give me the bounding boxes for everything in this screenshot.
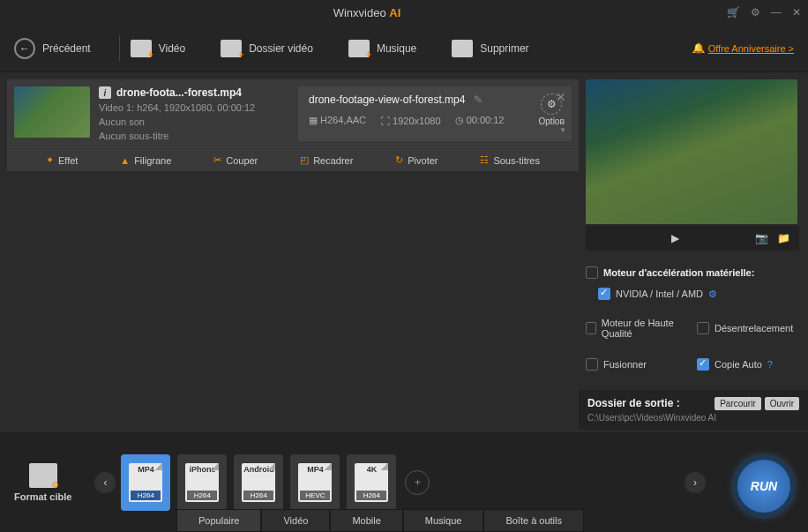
autocopy-checkbox[interactable] bbox=[697, 358, 709, 371]
music-icon: + bbox=[348, 40, 370, 57]
hw-settings-icon[interactable]: ⚙ bbox=[708, 288, 717, 300]
play-button[interactable]: ▶ bbox=[595, 232, 755, 244]
browse-button[interactable]: Parcourir bbox=[714, 397, 761, 410]
video-list-panel: i drone-foota...-forest.mp4 Video 1: h26… bbox=[0, 72, 586, 432]
preview-controls: ▶ 📷 📁 bbox=[586, 226, 799, 251]
folder-icon: + bbox=[221, 40, 242, 57]
format-next-button[interactable]: › bbox=[685, 472, 706, 493]
app-title: Winxvideo AI bbox=[7, 6, 727, 19]
video-thumbnail[interactable] bbox=[14, 86, 90, 138]
close-icon[interactable]: ✕ bbox=[792, 6, 801, 19]
watermark-button[interactable]: ▲Filigrane bbox=[120, 154, 171, 166]
toolbar: ← Précédent + Vidéo + Dossier vidéo + Mu… bbox=[0, 25, 808, 72]
duration-label: ◷ 00:00:12 bbox=[455, 115, 505, 126]
format-category-tabs: Populaire Vidéo Mobile Musique Boîte à o… bbox=[176, 509, 584, 532]
gear-icon: ⚙ bbox=[541, 94, 562, 115]
format-target-icon: ⚙ bbox=[29, 463, 57, 488]
crop-icon: ◰ bbox=[300, 154, 309, 166]
open-button[interactable]: Ouvrir bbox=[765, 397, 799, 410]
minimize-icon[interactable]: — bbox=[771, 6, 782, 19]
add-video-button[interactable]: + Vidéo bbox=[131, 40, 185, 57]
tab-music[interactable]: Musique bbox=[403, 509, 484, 532]
output-filename[interactable]: drone-footage-view-of-forest.mp4 ✎ bbox=[309, 94, 561, 106]
cart-icon[interactable]: 🛒 bbox=[727, 6, 740, 19]
format-item-iphone-h264[interactable]: iPhoneH264 bbox=[177, 454, 227, 511]
add-folder-button[interactable]: + Dossier vidéo bbox=[221, 40, 313, 57]
effect-button[interactable]: ✦Effet bbox=[46, 154, 78, 166]
output-info: ✕ drone-footage-view-of-forest.mp4 ✎ ▦ H… bbox=[298, 86, 572, 141]
video-meta-audio: Aucun son bbox=[99, 116, 291, 127]
cut-button[interactable]: ✂Couper bbox=[213, 154, 258, 166]
divider bbox=[119, 35, 120, 62]
video-item[interactable]: i drone-foota...-forest.mp4 Video 1: h26… bbox=[7, 79, 579, 171]
format-item-4k-h264[interactable]: 4KH264 bbox=[347, 454, 396, 511]
tab-mobile[interactable]: Mobile bbox=[330, 509, 402, 532]
help-icon[interactable]: ? bbox=[767, 359, 773, 370]
preview-window[interactable] bbox=[586, 79, 797, 224]
delete-button[interactable]: Supprimer bbox=[452, 40, 528, 57]
reorder-arrows[interactable]: ▲▼ bbox=[559, 118, 566, 134]
folder-open-icon[interactable]: 📁 bbox=[777, 232, 790, 244]
hq-checkbox[interactable] bbox=[586, 322, 596, 334]
tab-video[interactable]: Vidéo bbox=[261, 509, 330, 532]
format-list: MP4H264iPhoneH264AndroidH264MP4HEVC4KH26… bbox=[121, 454, 396, 511]
subtitle-icon: ☷ bbox=[480, 154, 489, 166]
stamp-icon: ▲ bbox=[120, 155, 130, 166]
add-format-button[interactable]: + bbox=[405, 470, 430, 495]
snapshot-icon[interactable]: 📷 bbox=[755, 232, 768, 244]
bell-icon: 🔔 bbox=[692, 42, 705, 54]
rotate-button[interactable]: ↻Pivoter bbox=[395, 154, 438, 166]
hw-accel-title: Moteur d'accélération matérielle: bbox=[586, 266, 799, 279]
format-target-button[interactable]: ⚙ Format cible bbox=[14, 463, 71, 502]
deint-label: Désentrelacement bbox=[714, 323, 793, 333]
video-icon: + bbox=[131, 40, 152, 57]
tab-popular[interactable]: Populaire bbox=[176, 509, 261, 532]
merge-label: Fusionner bbox=[603, 359, 647, 370]
add-music-button[interactable]: + Musique bbox=[348, 40, 416, 57]
format-prev-button[interactable]: ‹ bbox=[94, 472, 116, 493]
video-filename: i drone-foota...-forest.mp4 bbox=[99, 86, 291, 99]
deint-checkbox[interactable] bbox=[697, 322, 709, 334]
hq-label: Moteur de Haute Qualité bbox=[602, 318, 688, 339]
tab-toolbox[interactable]: Boîte à outils bbox=[483, 509, 584, 532]
output-folder-path: C:\Users\pc\Videos\Winxvideo AI bbox=[587, 413, 799, 423]
vendor-label: NVIDIA / Intel / AMD bbox=[616, 288, 703, 299]
back-button[interactable]: ← Précédent bbox=[14, 38, 91, 59]
format-item-mp4-hevc[interactable]: MP4HEVC bbox=[290, 454, 340, 511]
crop-button[interactable]: ◰Recadrer bbox=[300, 154, 353, 166]
resolution-label: ⛶ 1920x1080 bbox=[380, 116, 441, 126]
rotate-icon: ↻ bbox=[395, 154, 403, 166]
anniversary-link[interactable]: 🔔 Offre Anniversaire > bbox=[692, 42, 794, 54]
merge-checkbox[interactable] bbox=[586, 358, 598, 371]
settings-panel: Moteur d'accélération matérielle: NVIDIA… bbox=[586, 266, 799, 378]
video-meta-line1: Video 1: h264, 1920x1080, 00:00:12 bbox=[99, 102, 291, 113]
scissors-icon: ✂ bbox=[213, 154, 221, 166]
vendor-checkbox[interactable] bbox=[598, 288, 610, 300]
format-item-android-h264[interactable]: AndroidH264 bbox=[234, 454, 283, 511]
info-icon[interactable]: i bbox=[99, 86, 111, 99]
settings-icon[interactable]: ⚙ bbox=[751, 6, 760, 19]
back-arrow-icon: ← bbox=[14, 38, 35, 59]
video-tools-bar: ✦Effet ▲Filigrane ✂Couper ◰Recadrer ↻Piv… bbox=[7, 148, 579, 171]
wand-icon: ✦ bbox=[46, 154, 54, 166]
video-meta-subtitle: Aucun sous-titre bbox=[99, 131, 291, 141]
output-folder-section: Parcourir Ouvrir Dossier de sortie : C:\… bbox=[579, 390, 808, 430]
hw-accel-checkbox[interactable] bbox=[586, 266, 598, 279]
format-item-mp4-h264[interactable]: MP4H264 bbox=[121, 454, 170, 511]
edit-icon[interactable]: ✎ bbox=[474, 94, 483, 106]
format-bar: ⚙ Format cible ‹ MP4H264iPhoneH264Androi… bbox=[0, 432, 808, 532]
run-button[interactable]: RUN bbox=[734, 456, 794, 516]
titlebar: Winxvideo AI 🛒 ⚙ — ✕ bbox=[0, 0, 808, 25]
codec-label: ▦ H264,AAC bbox=[309, 115, 366, 126]
subtitle-button[interactable]: ☷Sous-titres bbox=[480, 154, 540, 166]
trash-icon bbox=[452, 40, 473, 57]
preview-panel: ▶ 📷 📁 Moteur d'accélération matérielle: … bbox=[586, 72, 808, 432]
format-target-label: Format cible bbox=[14, 491, 71, 502]
autocopy-label: Copie Auto bbox=[714, 359, 762, 370]
